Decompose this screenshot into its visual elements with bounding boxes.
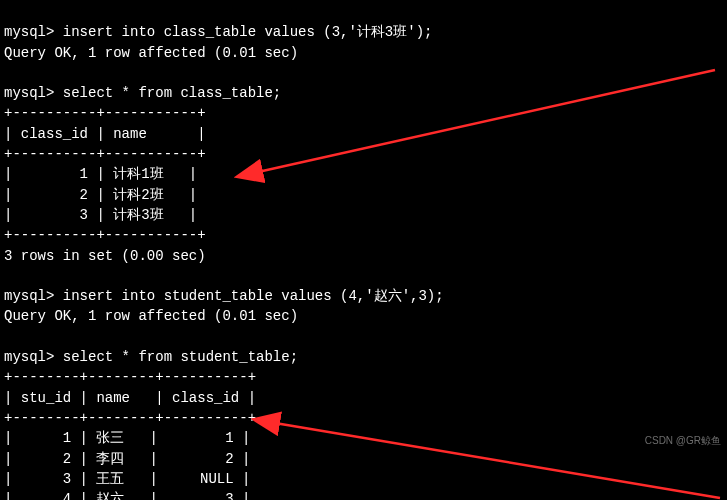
table-row: | 2 | 李四 | 2 | xyxy=(4,451,250,467)
table-border: +--------+--------+----------+ xyxy=(4,369,256,385)
table-row: | 3 | 王五 | NULL | xyxy=(4,471,250,487)
cmd-insert-class: mysql> insert into class_table values (3… xyxy=(4,24,432,40)
result-ok-1: Query OK, 1 row affected (0.01 sec) xyxy=(4,45,298,61)
cmd-select-student: mysql> select * from student_table; xyxy=(4,349,298,365)
table-border: +----------+-----------+ xyxy=(4,146,206,162)
result-summary-1: 3 rows in set (0.00 sec) xyxy=(4,248,206,264)
table-row: | 3 | 计科3班 | xyxy=(4,207,197,223)
table-row: | 1 | 计科1班 | xyxy=(4,166,197,182)
table-row: | 1 | 张三 | 1 | xyxy=(4,430,250,446)
table-row: | 4 | 赵六 | 3 | xyxy=(4,491,250,500)
table-border: +--------+--------+----------+ xyxy=(4,410,256,426)
table-header-class: | class_id | name | xyxy=(4,126,206,142)
terminal-output: mysql> insert into class_table values (3… xyxy=(0,0,727,500)
cmd-select-class: mysql> select * from class_table; xyxy=(4,85,281,101)
result-ok-2: Query OK, 1 row affected (0.01 sec) xyxy=(4,308,298,324)
watermark: CSDN @GR鲸鱼 xyxy=(645,434,721,449)
cmd-insert-student: mysql> insert into student_table values … xyxy=(4,288,444,304)
table-border: +----------+-----------+ xyxy=(4,227,206,243)
table-header-student: | stu_id | name | class_id | xyxy=(4,390,256,406)
table-row: | 2 | 计科2班 | xyxy=(4,187,197,203)
table-border: +----------+-----------+ xyxy=(4,105,206,121)
